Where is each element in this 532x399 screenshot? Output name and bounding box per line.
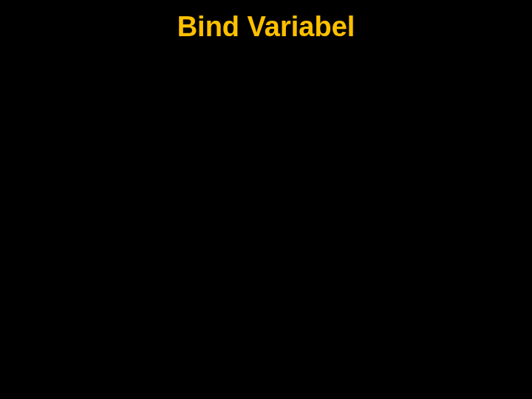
code-line: SELECT first_name,last_name FROM employe… [30,289,502,318]
code-line: / [30,230,502,260]
slide-content: VARIABLE xsalary NUMBER BEGIN SELECT sal… [30,56,502,347]
code-line: SELECT salary INTO : xsalary [30,114,502,143]
code-line: END; [30,201,502,230]
code-line: BEGIN [30,85,502,114]
code-line: WHERE salary = : xsalary; [30,318,502,347]
code-line: VARIABLE xsalary NUMBER [30,56,502,85]
slide-title: Bind Variabel [30,11,502,43]
slide: Bind Variabel VARIABLE xsalary NUMBER BE… [0,0,532,399]
code-line: FROM EMPLOYEES WHERE EMPLOYEE_ID=178; [30,143,502,200]
code-line: PRINT xsalary [30,260,502,289]
